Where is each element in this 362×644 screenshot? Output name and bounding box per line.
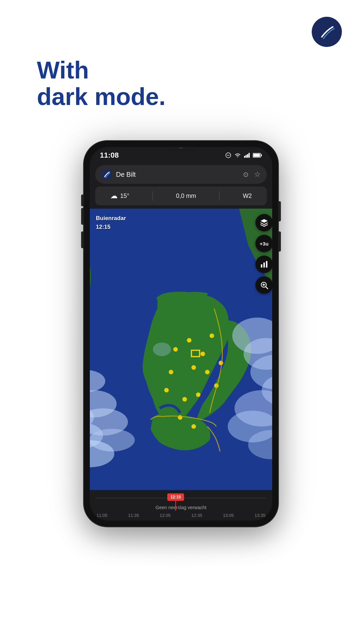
svg-rect-45 bbox=[261, 264, 262, 268]
svg-point-23 bbox=[200, 352, 205, 356]
wind-value: W2 bbox=[243, 193, 252, 200]
weather-condition: ☁ 15° bbox=[110, 192, 129, 200]
svg-point-24 bbox=[173, 347, 178, 352]
svg-rect-9 bbox=[253, 154, 260, 157]
svg-point-44 bbox=[153, 342, 171, 356]
status-icons bbox=[225, 152, 262, 158]
svg-line-49 bbox=[266, 287, 268, 289]
timeline-time-labels: 11:05 11:35 12:05 12:35 13:05 13:35 bbox=[95, 513, 267, 518]
svg-rect-3 bbox=[244, 156, 245, 158]
signal-icon bbox=[244, 153, 250, 158]
radar-title: Buienradar bbox=[96, 214, 126, 223]
wifi-icon bbox=[234, 152, 241, 158]
gps-icon[interactable]: ⊙ bbox=[243, 170, 249, 178]
svg-rect-6 bbox=[249, 153, 250, 158]
app-logo-small bbox=[101, 169, 112, 180]
timeline-cursor[interactable]: 12:15 bbox=[167, 493, 184, 501]
layers-button[interactable] bbox=[255, 214, 272, 231]
svg-rect-47 bbox=[266, 261, 267, 268]
chart-button[interactable] bbox=[255, 256, 272, 273]
time-label-5: 13:35 bbox=[254, 513, 265, 518]
headline-line2: dark mode. bbox=[37, 84, 166, 110]
svg-point-22 bbox=[187, 338, 192, 343]
radar-map[interactable]: Buienradar 12:15 +3u bbox=[90, 209, 272, 490]
silent-button bbox=[81, 195, 84, 206]
headline-line1: With bbox=[37, 57, 166, 84]
svg-point-25 bbox=[191, 365, 196, 370]
precipitation-value: 0,0 mm bbox=[176, 193, 196, 200]
time-label-3: 12:35 bbox=[191, 513, 202, 518]
divider-2 bbox=[219, 191, 220, 201]
timeline-section[interactable]: 12:15 Geen neerslag verwacht 11:05 11:35… bbox=[90, 490, 272, 521]
svg-point-31 bbox=[196, 392, 201, 397]
battery-icon bbox=[253, 153, 262, 158]
location-action-icons: ⊙ ☆ bbox=[243, 170, 261, 179]
svg-point-27 bbox=[169, 370, 173, 374]
status-time: 11:08 bbox=[100, 151, 119, 160]
weather-stats-bar: ☁ 15° 0,0 mm W2 bbox=[95, 186, 267, 205]
timeline-current-time: 12:15 bbox=[171, 495, 181, 499]
time-label-0: 11:05 bbox=[97, 513, 108, 518]
volume-down-button bbox=[81, 231, 84, 248]
svg-rect-8 bbox=[261, 154, 262, 156]
timeline-status: Geen neerslag verwacht bbox=[95, 505, 267, 510]
zoom-button[interactable] bbox=[255, 276, 272, 294]
timeline-track: 12:15 bbox=[95, 493, 267, 503]
svg-point-35 bbox=[191, 424, 196, 429]
svg-point-29 bbox=[219, 361, 223, 365]
svg-point-32 bbox=[164, 388, 169, 393]
app-logo bbox=[312, 17, 342, 47]
cloud-icon: ☁ bbox=[110, 192, 118, 200]
city-name: De Bilt bbox=[116, 171, 239, 178]
speaker bbox=[168, 149, 194, 152]
radar-time: 12:15 bbox=[96, 223, 126, 231]
wind-stat: W2 bbox=[243, 193, 252, 200]
svg-rect-46 bbox=[263, 263, 265, 268]
time-label-1: 11:35 bbox=[128, 513, 139, 518]
time-label-2: 12:05 bbox=[160, 513, 171, 518]
precipitation-stat: 0,0 mm bbox=[176, 193, 196, 200]
time-label-4: 13:05 bbox=[223, 513, 234, 518]
do-not-disturb-icon bbox=[225, 152, 231, 158]
svg-rect-5 bbox=[247, 154, 248, 158]
map-action-buttons: +3u bbox=[255, 214, 272, 294]
svg-rect-4 bbox=[246, 155, 247, 158]
time-offset-label: +3u bbox=[260, 241, 268, 247]
temperature: 15° bbox=[120, 193, 129, 200]
svg-point-28 bbox=[205, 370, 210, 374]
svg-point-30 bbox=[182, 397, 187, 402]
volume-up-button bbox=[81, 208, 84, 225]
map-radar-label: Buienradar 12:15 bbox=[96, 214, 126, 231]
divider-1 bbox=[153, 191, 153, 201]
timeline-cursor-line bbox=[175, 501, 176, 511]
headline: With dark mode. bbox=[37, 57, 166, 110]
location-bar[interactable]: De Bilt ⊙ ☆ bbox=[95, 165, 267, 184]
favorite-icon[interactable]: ☆ bbox=[254, 170, 261, 179]
time-offset-button[interactable]: +3u bbox=[255, 235, 272, 252]
svg-point-26 bbox=[209, 333, 214, 338]
phone-mockup: 11:08 bbox=[80, 141, 282, 527]
